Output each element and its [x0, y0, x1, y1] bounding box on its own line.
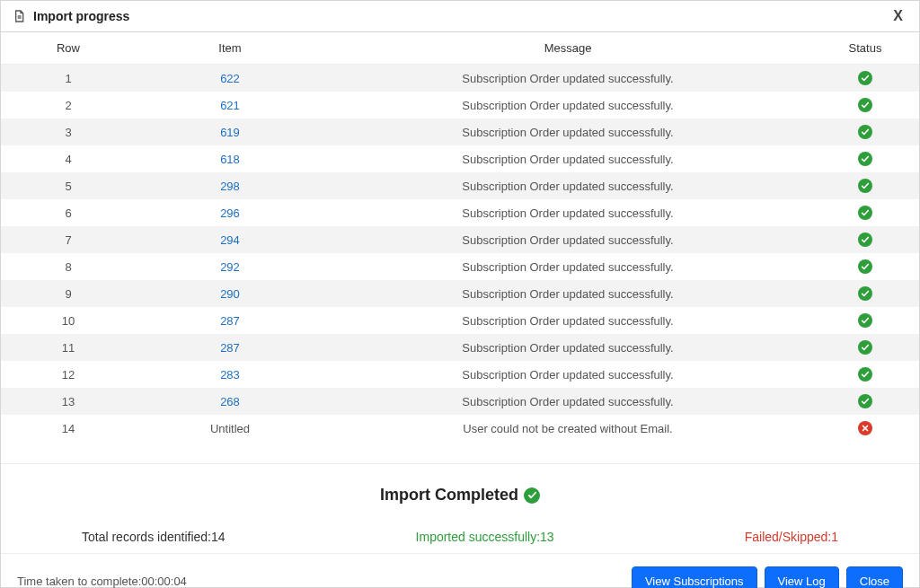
row-status: [811, 334, 919, 361]
item-link[interactable]: 290: [220, 287, 240, 301]
imported-label: Imported successfully:: [416, 530, 541, 544]
success-icon: [858, 286, 872, 301]
modal-footer: Time taken to complete:00:00:04 View Sub…: [1, 553, 919, 588]
row-number: 2: [1, 92, 136, 118]
item-link[interactable]: 287: [220, 314, 240, 328]
row-number: 4: [1, 145, 136, 172]
table-row: 8292Subscription Order updated successfu…: [1, 253, 919, 280]
table-row: 12283Subscription Order updated successf…: [1, 361, 919, 388]
success-icon: [858, 233, 872, 247]
header-status: Status: [811, 32, 919, 65]
time-taken-value: 00:00:04: [141, 575, 187, 588]
row-item: Untitled: [136, 415, 324, 442]
table-row: 11287Subscription Order updated successf…: [1, 334, 919, 361]
item-link[interactable]: 621: [220, 99, 240, 112]
row-number: 10: [1, 307, 136, 334]
time-taken: Time taken to complete:00:00:04: [17, 575, 632, 588]
row-message: Subscription Order updated successfully.: [324, 118, 811, 145]
failed-value: 1: [831, 530, 838, 544]
row-item: 292: [136, 253, 324, 280]
success-icon: [524, 487, 540, 504]
view-subscriptions-button[interactable]: View Subscriptions: [632, 566, 757, 588]
row-status: [811, 388, 919, 415]
row-message: Subscription Order updated successfully.: [324, 226, 811, 253]
close-button[interactable]: X: [888, 8, 908, 24]
modal-titlebar: Import progress X: [1, 1, 919, 32]
item-link[interactable]: 283: [220, 368, 240, 382]
row-item: 287: [136, 307, 324, 334]
table-row: 13268Subscription Order updated successf…: [1, 388, 919, 415]
item-link[interactable]: 268: [220, 395, 240, 408]
row-status: [811, 145, 919, 172]
table-row: 1622Subscription Order updated successfu…: [1, 65, 919, 92]
table-row: 6296Subscription Order updated successfu…: [1, 199, 919, 226]
item-link[interactable]: 294: [220, 233, 240, 247]
success-icon: [858, 313, 872, 328]
row-status: [811, 118, 919, 145]
modal-title: Import progress: [33, 9, 888, 23]
footer-actions: View Subscriptions View Log Close: [632, 566, 903, 588]
results-table: Row Item Message Status 1622Subscription…: [1, 32, 919, 442]
row-item: 618: [136, 145, 324, 172]
row-number: 1: [1, 65, 136, 92]
row-message: Subscription Order updated successfully.: [324, 307, 811, 334]
total-records-value: 14: [211, 530, 226, 544]
item-link[interactable]: 618: [220, 153, 240, 166]
row-status: [811, 280, 919, 307]
table-row: 7294Subscription Order updated successfu…: [1, 226, 919, 253]
row-status: [811, 199, 919, 226]
import-progress-modal: Import progress X Row Item Message Statu…: [0, 0, 920, 588]
row-item: 294: [136, 226, 324, 253]
row-item: 283: [136, 361, 324, 388]
header-item: Item: [136, 32, 324, 65]
header-row: Row: [1, 32, 136, 65]
row-number: 14: [1, 415, 136, 442]
table-row: 4618Subscription Order updated successfu…: [1, 145, 919, 172]
total-records-label: Total records identified:: [82, 530, 211, 544]
item-link[interactable]: 622: [220, 72, 240, 85]
header-message: Message: [324, 32, 811, 65]
table-row: 3619Subscription Order updated successfu…: [1, 118, 919, 145]
failed-label: Failed/Skipped:: [745, 530, 832, 544]
table-row: 14UntitledUser could not be created with…: [1, 415, 919, 442]
item-link[interactable]: 619: [220, 126, 240, 139]
row-message: Subscription Order updated successfully.: [324, 388, 811, 415]
row-number: 7: [1, 226, 136, 253]
time-taken-label: Time taken to complete:: [17, 575, 141, 588]
summary-stats: Total records identified:14 Imported suc…: [1, 505, 919, 553]
item-link[interactable]: 298: [220, 180, 240, 193]
summary-heading: Import Completed: [380, 486, 540, 505]
row-number: 12: [1, 361, 136, 388]
row-item: 622: [136, 65, 324, 92]
row-item: 268: [136, 388, 324, 415]
view-log-button[interactable]: View Log: [765, 566, 839, 588]
row-status: [811, 92, 919, 118]
item-text: Untitled: [210, 422, 250, 435]
row-status: [811, 253, 919, 280]
row-number: 11: [1, 334, 136, 361]
document-icon: [12, 9, 26, 23]
row-message: Subscription Order updated successfully.: [324, 145, 811, 172]
row-status: [811, 226, 919, 253]
item-link[interactable]: 296: [220, 206, 240, 220]
failed-count: Failed/Skipped:1: [745, 530, 838, 544]
row-message: Subscription Order updated successfully.: [324, 334, 811, 361]
row-message: Subscription Order updated successfully.: [324, 280, 811, 307]
table-row: 2621Subscription Order updated successfu…: [1, 92, 919, 118]
row-status: [811, 415, 919, 442]
row-item: 298: [136, 172, 324, 199]
summary-heading-text: Import Completed: [380, 486, 518, 505]
row-number: 3: [1, 118, 136, 145]
row-item: 287: [136, 334, 324, 361]
close-footer-button[interactable]: Close: [846, 566, 903, 588]
item-link[interactable]: 287: [220, 341, 240, 355]
row-number: 6: [1, 199, 136, 226]
success-icon: [858, 367, 872, 382]
row-item: 619: [136, 118, 324, 145]
success-icon: [858, 98, 872, 112]
success-icon: [858, 71, 872, 85]
row-message: User could not be created without Email.: [324, 415, 811, 442]
row-item: 296: [136, 199, 324, 226]
success-icon: [858, 394, 872, 408]
item-link[interactable]: 292: [220, 260, 240, 274]
